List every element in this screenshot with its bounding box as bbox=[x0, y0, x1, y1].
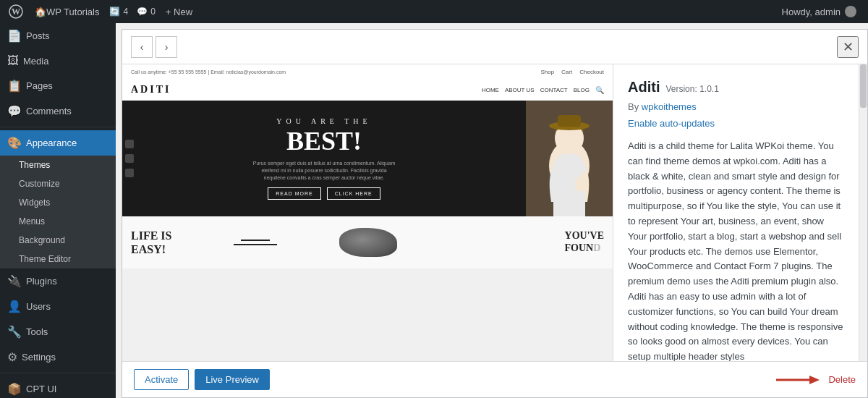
delete-button[interactable]: Delete bbox=[828, 374, 856, 385]
users-icon: 👤 bbox=[7, 300, 22, 313]
plugins-icon: 🔌 bbox=[7, 274, 22, 288]
sidebar-item-settings[interactable]: ⚙ Settings bbox=[0, 344, 116, 370]
howdy-menu[interactable]: Howdy, admin bbox=[776, 6, 862, 17]
theme-description: Aditi is a child theme for Lalita WPKoi … bbox=[628, 139, 844, 361]
aditi-hero-buttons: READ MORE CLICK HERE bbox=[268, 187, 380, 200]
aditi-read-more[interactable]: READ MORE bbox=[268, 187, 320, 200]
aditi-shop-nav: Shop Cart Checkout bbox=[540, 69, 604, 75]
arrow-svg bbox=[776, 371, 820, 389]
comments-icon: 💬 bbox=[7, 104, 22, 118]
avatar bbox=[845, 6, 856, 17]
main-content: ‹ › ✕ Call us anytime: +55 55 555 5555 |… bbox=[116, 23, 868, 398]
aditi-hero-title: BEST! bbox=[286, 128, 362, 154]
submenu-item-customize[interactable]: Customize bbox=[0, 174, 116, 193]
activate-button[interactable]: Activate bbox=[134, 369, 189, 390]
theme-overlay: ‹ › ✕ Call us anytime: +55 55 555 5555 |… bbox=[122, 29, 868, 398]
autoupdate-link[interactable]: Enable auto-updates bbox=[628, 118, 844, 129]
appearance-icon: 🎨 bbox=[7, 136, 22, 150]
submenu-item-background[interactable]: Background bbox=[0, 231, 116, 250]
pages-icon: 📋 bbox=[7, 79, 22, 93]
aditi-underline-deco bbox=[171, 240, 339, 245]
aditi-hero-tagline: YOU ARE THE bbox=[276, 117, 371, 125]
home-icon: 🏠 bbox=[35, 7, 46, 17]
cpt-icon: 📦 bbox=[7, 382, 22, 396]
scrollbar-thumb bbox=[860, 64, 867, 108]
admin-sidebar: 📄 Posts 🖼 Media 📋 Pages 💬 Comments 🎨 App… bbox=[0, 23, 116, 398]
submenu-item-themes[interactable]: Themes bbox=[0, 156, 116, 174]
theme-preview: Call us anytime: +55 55 555 5555 | Email… bbox=[122, 64, 613, 361]
admin-bar: W 🏠 WP Tutorials 🔄 4 💬 0 + New Howdy, ad… bbox=[0, 0, 868, 23]
aditi-nav-bar: ADITI HOME ABOUT US CONTACT BLOG 🔍 bbox=[122, 80, 613, 101]
prev-theme-button[interactable]: ‹ bbox=[131, 36, 153, 58]
submenu-item-theme-editor[interactable]: Theme Editor bbox=[0, 250, 116, 268]
sidebar-item-plugins[interactable]: 🔌 Plugins bbox=[0, 268, 116, 294]
new-content-button[interactable]: + New bbox=[160, 0, 198, 23]
theme-version: Version: 1.0.1 bbox=[665, 84, 718, 94]
aditi-found-text: YOU'VEFOUND bbox=[565, 230, 604, 255]
aditi-life-text: LIFE ISEASY! bbox=[131, 229, 171, 256]
sidebar-item-cpt-ui[interactable]: 📦 CPT UI bbox=[0, 376, 116, 398]
theme-author-link[interactable]: wpkoithemes bbox=[642, 101, 697, 112]
aditi-hero-desc: Purus semper eget duis at tellus at urna… bbox=[252, 160, 396, 181]
aditi-click-here[interactable]: CLICK HERE bbox=[327, 187, 380, 200]
aditi-logo: ADITI bbox=[131, 84, 171, 96]
svg-rect-8 bbox=[553, 191, 585, 216]
media-icon: 🖼 bbox=[7, 54, 19, 67]
sidebar-item-pages[interactable]: 📋 Pages bbox=[0, 73, 116, 98]
aditi-hero-text: YOU ARE THE BEST! Purus semper eget duis… bbox=[122, 101, 526, 216]
next-theme-button[interactable]: › bbox=[156, 36, 177, 58]
comments-button[interactable]: 💬 0 bbox=[132, 0, 160, 23]
aditi-hero-image bbox=[526, 101, 613, 216]
live-preview-button[interactable]: Live Preview bbox=[195, 369, 270, 390]
site-name[interactable]: 🏠 WP Tutorials bbox=[29, 0, 105, 23]
sidebar-item-tools[interactable]: 🔧 Tools bbox=[0, 319, 116, 344]
sidebar-item-appearance[interactable]: 🎨 Appearance bbox=[0, 130, 116, 156]
tools-icon: 🔧 bbox=[7, 325, 22, 339]
comment-icon: 💬 bbox=[137, 7, 148, 17]
aditi-second-section: LIFE ISEASY! YOU'VEFOUND bbox=[122, 216, 613, 268]
svg-rect-7 bbox=[558, 115, 581, 127]
delete-container: Delete bbox=[776, 371, 856, 389]
aditi-stone-image bbox=[339, 228, 397, 257]
wp-logo[interactable]: W bbox=[6, 0, 26, 23]
sidebar-item-media[interactable]: 🖼 Media bbox=[0, 48, 116, 73]
aditi-navigation: HOME ABOUT US CONTACT BLOG 🔍 bbox=[482, 86, 604, 94]
svg-marker-10 bbox=[809, 376, 820, 384]
delete-arrow-icon bbox=[776, 371, 820, 389]
sidebar-item-comments[interactable]: 💬 Comments bbox=[0, 98, 116, 124]
close-overlay-button[interactable]: ✕ bbox=[837, 36, 859, 58]
footer-actions-left: Activate Live Preview bbox=[134, 369, 270, 390]
sidebar-item-posts[interactable]: 📄 Posts bbox=[0, 23, 116, 48]
sidebar-item-users[interactable]: 👤 Users bbox=[0, 294, 116, 319]
updates-button[interactable]: 🔄 4 bbox=[105, 0, 132, 23]
theme-author: By wpkoithemes bbox=[628, 101, 844, 112]
submenu-item-menus[interactable]: Menus bbox=[0, 212, 116, 231]
theme-info-panel: Aditi Version: 1.0.1 By wpkoithemes Enab… bbox=[613, 64, 859, 361]
overlay-body: Call us anytime: +55 55 555 5555 | Email… bbox=[122, 64, 867, 361]
svg-text:W: W bbox=[12, 7, 20, 17]
updates-icon: 🔄 bbox=[109, 7, 120, 17]
aditi-theme-screenshot: Call us anytime: +55 55 555 5555 | Email… bbox=[122, 64, 613, 268]
posts-icon: 📄 bbox=[7, 29, 22, 43]
overlay-scrollbar[interactable] bbox=[859, 64, 867, 361]
aditi-hero-section: YOU ARE THE BEST! Purus semper eget duis… bbox=[122, 101, 613, 216]
submenu-item-widgets[interactable]: Widgets bbox=[0, 193, 116, 212]
overlay-header: ‹ › ✕ bbox=[122, 30, 867, 64]
overlay-footer: Activate Live Preview Delete bbox=[122, 361, 867, 397]
aditi-site-header: Call us anytime: +55 55 555 5555 | Email… bbox=[122, 64, 613, 80]
aditi-contact-info: Call us anytime: +55 55 555 5555 | Email… bbox=[131, 69, 286, 75]
settings-icon: ⚙ bbox=[7, 350, 17, 364]
theme-name: Aditi Version: 1.0.1 bbox=[628, 79, 844, 96]
appearance-submenu: Themes Customize Widgets Menus Backgroun… bbox=[0, 156, 116, 268]
